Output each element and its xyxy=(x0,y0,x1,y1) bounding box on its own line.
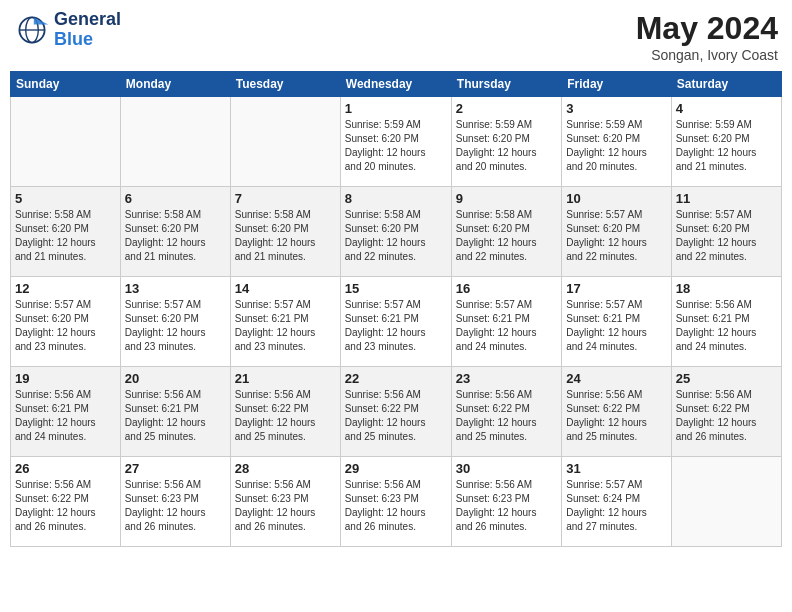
day-info: Sunrise: 5:56 AM Sunset: 6:23 PM Dayligh… xyxy=(125,478,226,534)
calendar-cell: 10Sunrise: 5:57 AM Sunset: 6:20 PM Dayli… xyxy=(562,187,671,277)
day-info: Sunrise: 5:58 AM Sunset: 6:20 PM Dayligh… xyxy=(456,208,557,264)
column-header-monday: Monday xyxy=(120,72,230,97)
day-info: Sunrise: 5:56 AM Sunset: 6:23 PM Dayligh… xyxy=(456,478,557,534)
day-info: Sunrise: 5:57 AM Sunset: 6:20 PM Dayligh… xyxy=(566,208,666,264)
column-header-saturday: Saturday xyxy=(671,72,781,97)
day-number: 6 xyxy=(125,191,226,206)
day-info: Sunrise: 5:56 AM Sunset: 6:23 PM Dayligh… xyxy=(235,478,336,534)
calendar-cell: 22Sunrise: 5:56 AM Sunset: 6:22 PM Dayli… xyxy=(340,367,451,457)
day-info: Sunrise: 5:57 AM Sunset: 6:21 PM Dayligh… xyxy=(456,298,557,354)
day-number: 21 xyxy=(235,371,336,386)
day-number: 7 xyxy=(235,191,336,206)
day-info: Sunrise: 5:56 AM Sunset: 6:22 PM Dayligh… xyxy=(676,388,777,444)
calendar-cell: 23Sunrise: 5:56 AM Sunset: 6:22 PM Dayli… xyxy=(451,367,561,457)
day-info: Sunrise: 5:57 AM Sunset: 6:21 PM Dayligh… xyxy=(566,298,666,354)
calendar-cell: 7Sunrise: 5:58 AM Sunset: 6:20 PM Daylig… xyxy=(230,187,340,277)
day-number: 9 xyxy=(456,191,557,206)
day-info: Sunrise: 5:59 AM Sunset: 6:20 PM Dayligh… xyxy=(456,118,557,174)
day-number: 5 xyxy=(15,191,116,206)
calendar-cell: 30Sunrise: 5:56 AM Sunset: 6:23 PM Dayli… xyxy=(451,457,561,547)
day-info: Sunrise: 5:57 AM Sunset: 6:21 PM Dayligh… xyxy=(345,298,447,354)
title-area: May 2024 Songan, Ivory Coast xyxy=(636,10,778,63)
day-info: Sunrise: 5:56 AM Sunset: 6:23 PM Dayligh… xyxy=(345,478,447,534)
calendar-cell: 24Sunrise: 5:56 AM Sunset: 6:22 PM Dayli… xyxy=(562,367,671,457)
day-info: Sunrise: 5:56 AM Sunset: 6:22 PM Dayligh… xyxy=(345,388,447,444)
month-year-title: May 2024 xyxy=(636,10,778,47)
day-info: Sunrise: 5:59 AM Sunset: 6:20 PM Dayligh… xyxy=(566,118,666,174)
calendar-cell: 18Sunrise: 5:56 AM Sunset: 6:21 PM Dayli… xyxy=(671,277,781,367)
logo-icon xyxy=(14,12,50,48)
logo: General Blue xyxy=(14,10,121,50)
day-number: 17 xyxy=(566,281,666,296)
day-number: 13 xyxy=(125,281,226,296)
calendar-cell: 8Sunrise: 5:58 AM Sunset: 6:20 PM Daylig… xyxy=(340,187,451,277)
column-header-wednesday: Wednesday xyxy=(340,72,451,97)
column-header-friday: Friday xyxy=(562,72,671,97)
calendar-cell: 31Sunrise: 5:57 AM Sunset: 6:24 PM Dayli… xyxy=(562,457,671,547)
calendar-cell: 28Sunrise: 5:56 AM Sunset: 6:23 PM Dayli… xyxy=(230,457,340,547)
column-header-tuesday: Tuesday xyxy=(230,72,340,97)
calendar-cell xyxy=(671,457,781,547)
calendar-cell: 3Sunrise: 5:59 AM Sunset: 6:20 PM Daylig… xyxy=(562,97,671,187)
day-info: Sunrise: 5:57 AM Sunset: 6:20 PM Dayligh… xyxy=(15,298,116,354)
day-number: 20 xyxy=(125,371,226,386)
day-number: 10 xyxy=(566,191,666,206)
calendar-cell xyxy=(120,97,230,187)
calendar-week-row: 1Sunrise: 5:59 AM Sunset: 6:20 PM Daylig… xyxy=(11,97,782,187)
day-info: Sunrise: 5:56 AM Sunset: 6:22 PM Dayligh… xyxy=(566,388,666,444)
calendar-cell xyxy=(11,97,121,187)
day-number: 22 xyxy=(345,371,447,386)
day-number: 12 xyxy=(15,281,116,296)
calendar-week-row: 19Sunrise: 5:56 AM Sunset: 6:21 PM Dayli… xyxy=(11,367,782,457)
calendar-cell: 13Sunrise: 5:57 AM Sunset: 6:20 PM Dayli… xyxy=(120,277,230,367)
calendar-cell: 29Sunrise: 5:56 AM Sunset: 6:23 PM Dayli… xyxy=(340,457,451,547)
day-number: 11 xyxy=(676,191,777,206)
day-number: 15 xyxy=(345,281,447,296)
calendar-header-row: SundayMondayTuesdayWednesdayThursdayFrid… xyxy=(11,72,782,97)
calendar-cell: 19Sunrise: 5:56 AM Sunset: 6:21 PM Dayli… xyxy=(11,367,121,457)
day-number: 26 xyxy=(15,461,116,476)
calendar-cell: 15Sunrise: 5:57 AM Sunset: 6:21 PM Dayli… xyxy=(340,277,451,367)
calendar-cell: 21Sunrise: 5:56 AM Sunset: 6:22 PM Dayli… xyxy=(230,367,340,457)
calendar-cell xyxy=(230,97,340,187)
day-info: Sunrise: 5:56 AM Sunset: 6:22 PM Dayligh… xyxy=(456,388,557,444)
day-number: 16 xyxy=(456,281,557,296)
day-info: Sunrise: 5:57 AM Sunset: 6:20 PM Dayligh… xyxy=(676,208,777,264)
calendar-cell: 12Sunrise: 5:57 AM Sunset: 6:20 PM Dayli… xyxy=(11,277,121,367)
day-number: 27 xyxy=(125,461,226,476)
day-number: 8 xyxy=(345,191,447,206)
day-info: Sunrise: 5:56 AM Sunset: 6:21 PM Dayligh… xyxy=(15,388,116,444)
day-info: Sunrise: 5:58 AM Sunset: 6:20 PM Dayligh… xyxy=(345,208,447,264)
day-number: 19 xyxy=(15,371,116,386)
calendar-week-row: 26Sunrise: 5:56 AM Sunset: 6:22 PM Dayli… xyxy=(11,457,782,547)
day-info: Sunrise: 5:59 AM Sunset: 6:20 PM Dayligh… xyxy=(345,118,447,174)
day-number: 23 xyxy=(456,371,557,386)
day-info: Sunrise: 5:57 AM Sunset: 6:20 PM Dayligh… xyxy=(125,298,226,354)
calendar-cell: 5Sunrise: 5:58 AM Sunset: 6:20 PM Daylig… xyxy=(11,187,121,277)
calendar-cell: 17Sunrise: 5:57 AM Sunset: 6:21 PM Dayli… xyxy=(562,277,671,367)
day-number: 4 xyxy=(676,101,777,116)
day-info: Sunrise: 5:56 AM Sunset: 6:22 PM Dayligh… xyxy=(235,388,336,444)
day-number: 24 xyxy=(566,371,666,386)
day-number: 2 xyxy=(456,101,557,116)
calendar-cell: 27Sunrise: 5:56 AM Sunset: 6:23 PM Dayli… xyxy=(120,457,230,547)
day-info: Sunrise: 5:56 AM Sunset: 6:22 PM Dayligh… xyxy=(15,478,116,534)
day-number: 29 xyxy=(345,461,447,476)
calendar-cell: 20Sunrise: 5:56 AM Sunset: 6:21 PM Dayli… xyxy=(120,367,230,457)
day-number: 18 xyxy=(676,281,777,296)
day-info: Sunrise: 5:57 AM Sunset: 6:21 PM Dayligh… xyxy=(235,298,336,354)
calendar-cell: 4Sunrise: 5:59 AM Sunset: 6:20 PM Daylig… xyxy=(671,97,781,187)
day-info: Sunrise: 5:58 AM Sunset: 6:20 PM Dayligh… xyxy=(15,208,116,264)
calendar-cell: 9Sunrise: 5:58 AM Sunset: 6:20 PM Daylig… xyxy=(451,187,561,277)
day-number: 31 xyxy=(566,461,666,476)
day-info: Sunrise: 5:56 AM Sunset: 6:21 PM Dayligh… xyxy=(125,388,226,444)
calendar-cell: 26Sunrise: 5:56 AM Sunset: 6:22 PM Dayli… xyxy=(11,457,121,547)
column-header-sunday: Sunday xyxy=(11,72,121,97)
logo-text: General Blue xyxy=(54,10,121,50)
day-info: Sunrise: 5:59 AM Sunset: 6:20 PM Dayligh… xyxy=(676,118,777,174)
calendar-cell: 6Sunrise: 5:58 AM Sunset: 6:20 PM Daylig… xyxy=(120,187,230,277)
day-number: 25 xyxy=(676,371,777,386)
day-info: Sunrise: 5:57 AM Sunset: 6:24 PM Dayligh… xyxy=(566,478,666,534)
calendar-cell: 14Sunrise: 5:57 AM Sunset: 6:21 PM Dayli… xyxy=(230,277,340,367)
calendar-cell: 16Sunrise: 5:57 AM Sunset: 6:21 PM Dayli… xyxy=(451,277,561,367)
